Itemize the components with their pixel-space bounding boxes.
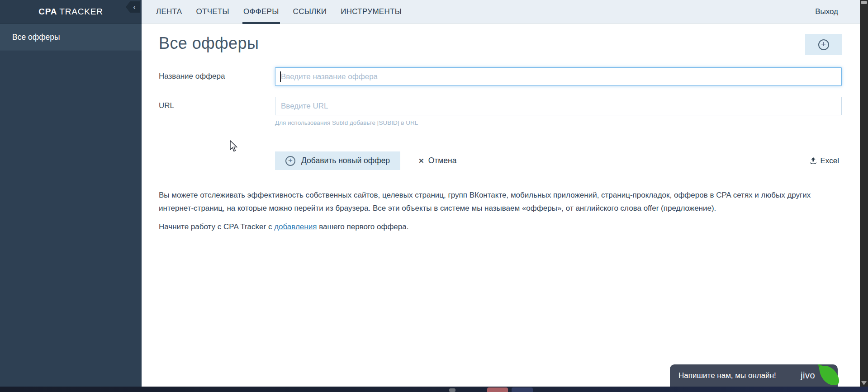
nav-tabs: ЛЕНТА ОТЧЕТЫ ОФФЕРЫ ССЫЛКИ ИНСТРУМЕНТЫ [156, 0, 416, 24]
page-title: Все офферы [159, 34, 259, 53]
sidebar-collapse-button[interactable]: ‹ [126, 1, 140, 13]
app-logo[interactable]: CPATRACKER [38, 7, 103, 17]
text-caret [280, 71, 281, 82]
tab-instrumenty[interactable]: ИНСТРУМЕНТЫ [341, 0, 402, 24]
submit-offer-button[interactable]: + Добавить новый оффер [275, 151, 400, 170]
taskbar-icon [487, 387, 508, 392]
taskbar-strip [0, 387, 868, 392]
scrollbar-down-arrow[interactable] [861, 381, 867, 385]
excel-label: Excel [820, 156, 839, 165]
page-header: Все офферы + [159, 34, 842, 55]
scrollbar[interactable] [860, 0, 868, 387]
submit-offer-label: Добавить новый оффер [301, 156, 390, 165]
add-offer-link[interactable]: добавления [274, 222, 317, 231]
start-paragraph-suffix: вашего первого оффера. [317, 222, 408, 231]
app-logo-bold: CPA [38, 7, 57, 16]
excel-export-button[interactable]: Excel [807, 156, 842, 166]
offer-url-input[interactable] [275, 97, 842, 115]
add-offer-button[interactable]: + [805, 34, 842, 55]
tab-offery[interactable]: ОФФЕРЫ [243, 0, 279, 24]
taskbar-icon [449, 388, 455, 392]
chevron-left-icon: ‹ [133, 3, 136, 11]
offer-name-input[interactable] [275, 67, 842, 86]
subid-hint: Для использования SubId добавьте [SUBID]… [275, 119, 842, 126]
new-offer-form: Название оффера URL Для использования Su… [159, 67, 842, 170]
main-content: Все офферы + Название оффера URL Для исп… [142, 24, 860, 387]
plus-circle-icon: + [285, 156, 295, 166]
sidebar-item-all-offers[interactable]: Все офферы [0, 24, 142, 51]
start-paragraph-prefix: Начните работу с CPA Tracker с [159, 222, 274, 231]
offer-url-row: URL [159, 97, 842, 115]
tab-otchety[interactable]: ОТЧЕТЫ [196, 0, 229, 24]
app-logo-rest: TRACKER [59, 7, 103, 16]
offer-name-row: Название оффера [159, 67, 842, 86]
offer-name-input-wrap [275, 67, 842, 86]
tab-ssylki[interactable]: ССЫЛКИ [293, 0, 327, 24]
form-actions: + Добавить новый оффер ✕ Отмена Excel [159, 151, 842, 170]
logout-link[interactable]: Выход [815, 7, 838, 16]
taskbar-icon [512, 387, 533, 392]
chat-widget[interactable]: Напишите нам, мы онлайн! jivo [670, 364, 838, 387]
offer-name-label: Название оффера [159, 67, 275, 81]
intro-paragraph: Вы можете отслеживать эффективность собс… [159, 189, 842, 215]
jivo-leaf-icon [819, 364, 840, 387]
cancel-button[interactable]: ✕ Отмена [416, 156, 459, 166]
start-paragraph: Начните работу с CPA Tracker с добавлени… [159, 221, 842, 234]
cancel-label: Отмена [428, 156, 457, 165]
offer-url-input-wrap [275, 97, 842, 115]
offer-url-label: URL [159, 97, 275, 110]
sidebar-header: CPATRACKER ‹ [0, 0, 142, 24]
tab-lenta[interactable]: ЛЕНТА [156, 0, 182, 24]
plus-circle-icon: + [818, 39, 829, 50]
jivo-logo: jivo [801, 370, 815, 381]
top-navigation: ЛЕНТА ОТЧЕТЫ ОФФЕРЫ ССЫЛКИ ИНСТРУМЕНТЫ В… [142, 0, 860, 24]
chat-message: Напишите нам, мы онлайн! [678, 371, 776, 380]
close-icon: ✕ [418, 157, 424, 165]
scrollbar-thumb[interactable] [861, 1, 867, 4]
upload-icon [810, 157, 817, 165]
sidebar: Все офферы [0, 24, 142, 387]
